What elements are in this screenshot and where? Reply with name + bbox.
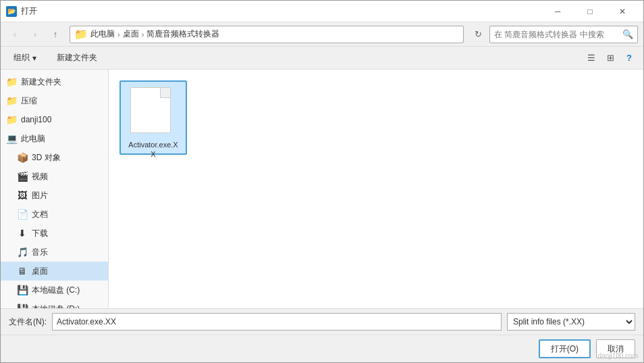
3d-objects-icon: 📦 bbox=[17, 152, 28, 163]
search-input[interactable] bbox=[494, 30, 622, 39]
sidebar-item-downloads[interactable]: ⬇ 下载 bbox=[1, 224, 108, 243]
sidebar-item-3d-objects[interactable]: 📦 3D 对象 bbox=[1, 148, 108, 167]
file-icon bbox=[130, 87, 176, 136]
danji100-icon: 📁 bbox=[6, 114, 17, 125]
new-folder-button[interactable]: 新建文件夹 bbox=[49, 49, 105, 67]
help-button[interactable]: ? bbox=[620, 49, 638, 67]
sidebar-item-documents[interactable]: 📄 文档 bbox=[1, 205, 108, 224]
sidebar-item-danji100[interactable]: 📁 danji100 bbox=[1, 110, 108, 129]
open-button[interactable]: 打开(O) bbox=[539, 339, 591, 358]
sidebar-item-label: 3D 对象 bbox=[32, 152, 61, 164]
dialog-window: 📂 打开 ─ □ ✕ ‹ › ↑ 📁 此电脑 › 桌面 › 简鹿音频格式转换器 … bbox=[0, 0, 644, 363]
organize-button[interactable]: 组织 ▾ bbox=[6, 49, 44, 67]
up-button[interactable]: ↑ bbox=[47, 26, 64, 43]
maximize-button[interactable]: □ bbox=[574, 1, 606, 22]
title-bar: 📂 打开 ─ □ ✕ bbox=[1, 1, 643, 22]
organize-arrow: ▾ bbox=[32, 53, 36, 63]
sidebar-item-label: 音乐 bbox=[32, 247, 48, 258]
sidebar-item-label: danji100 bbox=[21, 115, 51, 124]
drive-d-icon: 💾 bbox=[17, 304, 28, 308]
file-name: Activator.exe.XX bbox=[128, 140, 178, 160]
sidebar-item-label: 本地磁盘 (C:) bbox=[32, 285, 80, 296]
view-list-button[interactable]: ☰ bbox=[583, 49, 600, 67]
sidebar-item-compressed[interactable]: 📁 压缩 bbox=[1, 91, 108, 110]
sidebar-item-label: 下载 bbox=[32, 228, 48, 239]
videos-icon: 🎬 bbox=[17, 171, 28, 182]
content-area[interactable]: Activator.exe.XX bbox=[109, 70, 643, 308]
nav-toolbar: ‹ › ↑ 📁 此电脑 › 桌面 › 简鹿音频格式转换器 ↻ 🔍 bbox=[1, 22, 643, 47]
main-area: 📁 新建文件夹 📁 压缩 📁 danji100 💻 此电脑 📦 3D 对象 🎬 bbox=[1, 70, 643, 308]
file-item-activator[interactable]: Activator.exe.XX bbox=[119, 80, 187, 155]
sidebar-item-label: 视频 bbox=[32, 171, 48, 183]
music-icon: 🎵 bbox=[17, 247, 28, 258]
sidebar-item-label: 桌面 bbox=[32, 266, 48, 277]
sidebar-item-desktop[interactable]: 🖥 桌面 bbox=[1, 262, 108, 281]
search-bar[interactable]: 🔍 bbox=[489, 26, 638, 43]
sidebar-item-music[interactable]: 🎵 音乐 bbox=[1, 243, 108, 262]
file-page bbox=[130, 87, 171, 133]
filename-input[interactable] bbox=[52, 313, 502, 331]
sidebar-item-label: 压缩 bbox=[21, 95, 37, 107]
pictures-icon: 🖼 bbox=[17, 190, 28, 201]
title-bar-controls: ─ □ ✕ bbox=[542, 1, 638, 22]
filename-label: 文件名(N): bbox=[9, 316, 47, 328]
view-icon-button[interactable]: ⊞ bbox=[601, 49, 619, 67]
search-icon: 🔍 bbox=[622, 29, 633, 39]
breadcrumb-desktop: 桌面 bbox=[123, 28, 139, 40]
desktop-icon: 🖥 bbox=[17, 266, 28, 276]
new-folder-label: 新建文件夹 bbox=[57, 52, 97, 64]
address-bar[interactable]: 📁 此电脑 › 桌面 › 简鹿音频格式转换器 bbox=[70, 26, 464, 43]
title-bar-text: 打开 bbox=[21, 5, 542, 17]
sidebar-item-label: 新建文件夹 bbox=[21, 76, 61, 88]
sidebar-item-new-folder[interactable]: 📁 新建文件夹 bbox=[1, 72, 108, 91]
breadcrumb-this-pc: 此电脑 bbox=[90, 28, 115, 40]
sidebar-item-videos[interactable]: 🎬 视频 bbox=[1, 167, 108, 186]
compressed-icon: 📁 bbox=[6, 95, 17, 106]
refresh-button[interactable]: ↻ bbox=[469, 26, 487, 43]
sidebar-item-label: 本地磁盘 (D:) bbox=[32, 304, 80, 309]
sidebar: 📁 新建文件夹 📁 压缩 📁 danji100 💻 此电脑 📦 3D 对象 🎬 bbox=[1, 70, 109, 308]
bottom-bar: 文件名(N): Split info files (*.XX) bbox=[1, 308, 643, 335]
close-button[interactable]: ✕ bbox=[607, 1, 638, 22]
breadcrumb-sep-2: › bbox=[142, 30, 144, 39]
sidebar-item-label: 文档 bbox=[32, 209, 48, 220]
view-buttons: ☰ ⊞ ? bbox=[583, 49, 638, 67]
action-bar: 打开(O) 取消 danji100.com bbox=[1, 335, 643, 362]
downloads-icon: ⬇ bbox=[17, 228, 28, 239]
sidebar-item-drive-c[interactable]: 💾 本地磁盘 (C:) bbox=[1, 281, 108, 299]
forward-button[interactable]: › bbox=[26, 26, 44, 43]
sidebar-item-this-pc[interactable]: 💻 此电脑 bbox=[1, 129, 108, 148]
organize-label: 组织 bbox=[14, 52, 30, 64]
watermark: danji100.com bbox=[598, 352, 638, 360]
documents-icon: 📄 bbox=[17, 209, 28, 220]
breadcrumb-sep-1: › bbox=[117, 30, 120, 39]
minimize-button[interactable]: ─ bbox=[542, 1, 573, 22]
folder-icon: 📁 bbox=[74, 28, 88, 41]
back-button[interactable]: ‹ bbox=[6, 26, 24, 43]
filetype-select[interactable]: Split info files (*.XX) bbox=[507, 313, 635, 331]
title-bar-icon: 📂 bbox=[6, 6, 17, 17]
new-folder-icon: 📁 bbox=[6, 76, 17, 87]
sidebar-item-label: 此电脑 bbox=[21, 133, 45, 145]
sidebar-item-label: 图片 bbox=[32, 190, 48, 201]
second-toolbar: 组织 ▾ 新建文件夹 ☰ ⊞ ? bbox=[1, 47, 643, 70]
sidebar-item-pictures[interactable]: 🖼 图片 bbox=[1, 186, 108, 205]
sidebar-item-drive-d[interactable]: 💾 本地磁盘 (D:) bbox=[1, 299, 108, 308]
breadcrumb-app: 简鹿音频格式转换器 bbox=[146, 28, 219, 40]
drive-c-icon: 💾 bbox=[17, 285, 28, 295]
this-pc-icon: 💻 bbox=[6, 133, 17, 144]
